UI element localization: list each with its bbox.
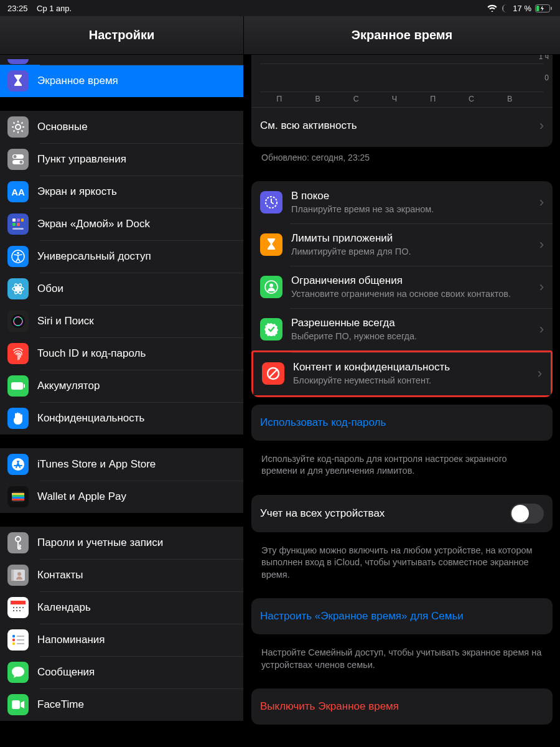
svg-point-5 bbox=[14, 155, 17, 158]
sidebar-label: Аккумулятор bbox=[37, 380, 100, 392]
chevron-right-icon: › bbox=[539, 279, 544, 295]
sidebar-label: Контакты bbox=[37, 569, 83, 581]
sidebar-item-siri[interactable]: Siri и Поиск bbox=[0, 305, 243, 337]
sidebar-item-wallpaper[interactable]: Обои bbox=[0, 273, 243, 305]
no-entry-icon bbox=[262, 362, 284, 385]
sidebar-item-display[interactable]: AA Экран и яркость bbox=[0, 176, 243, 208]
row-comm-limits[interactable]: Ограничения общения Установите ограничен… bbox=[251, 266, 553, 308]
svg-point-54 bbox=[269, 284, 273, 288]
screen-time-options-card: В покое Планируйте время не за экраном. … bbox=[251, 181, 553, 397]
status-left: 23:25 Ср 1 апр. bbox=[7, 4, 72, 13]
hourglass-icon bbox=[260, 233, 282, 256]
row-always-allowed[interactable]: Разрешенные всегда Выберите ПО, нужное в… bbox=[251, 308, 553, 350]
sidebar-item-calendar[interactable]: Календарь bbox=[0, 591, 243, 624]
row-use-passcode[interactable]: Использовать код-пароль bbox=[251, 405, 553, 441]
sidebar-title: Настройки bbox=[0, 16, 243, 55]
sidebar-scroll[interactable]: Экранное время Основные Пункт управления bbox=[0, 55, 243, 747]
status-date: Ср 1 апр. bbox=[37, 4, 72, 13]
sidebar-item-wallet[interactable]: Wallet и Apple Pay bbox=[0, 481, 243, 513]
svg-point-7 bbox=[20, 161, 23, 164]
svg-point-20 bbox=[11, 314, 25, 328]
row-downtime[interactable]: В покое Планируйте время не за экраном. … bbox=[251, 181, 553, 223]
row-content-privacy[interactable]: Контент и конфиденциальность Блокируйте … bbox=[251, 350, 553, 397]
settings-sidebar: Настройки Экранное время О bbox=[0, 16, 244, 747]
card-passcode: Использовать код-пароль bbox=[251, 405, 553, 441]
share-hint: Эту функцию можно включить на любом устр… bbox=[251, 540, 553, 581]
facetime-icon bbox=[7, 694, 29, 715]
svg-rect-12 bbox=[17, 223, 20, 226]
sidebar-item-itunes-appstore[interactable]: iTunes Store и App Store bbox=[0, 448, 243, 481]
svg-rect-50 bbox=[17, 643, 24, 644]
svg-point-35 bbox=[17, 572, 21, 576]
share-devices-toggle[interactable] bbox=[510, 504, 544, 524]
battery-full-icon bbox=[7, 375, 29, 397]
sidebar-label: Touch ID и код-пароль bbox=[37, 347, 146, 360]
svg-point-40 bbox=[19, 607, 21, 608]
contacts-icon bbox=[7, 565, 29, 586]
svg-rect-48 bbox=[17, 639, 24, 641]
row-share-devices[interactable]: Учет на всех устройствах bbox=[251, 495, 553, 532]
prev-item-edge-icon bbox=[7, 59, 29, 64]
sidebar-label: Экран «Домой» и Dock bbox=[37, 218, 150, 230]
sidebar-item-battery[interactable]: Аккумулятор bbox=[0, 370, 243, 402]
sidebar-item-reminders[interactable]: Напоминания bbox=[0, 624, 243, 656]
chart-bars bbox=[260, 63, 544, 92]
svg-point-45 bbox=[12, 635, 15, 637]
passcode-hint: Используйте код-пароль для контроля наст… bbox=[251, 448, 553, 477]
switches-icon bbox=[7, 149, 29, 170]
see-all-label: См. всю активность bbox=[260, 120, 534, 132]
sidebar-label: iTunes Store и App Store bbox=[37, 458, 156, 471]
sidebar-item-facetime[interactable]: FaceTime bbox=[0, 688, 243, 721]
row-family-setup[interactable]: Настроить «Экранное время» для Семьи bbox=[251, 598, 553, 634]
row-title: В покое bbox=[291, 190, 534, 202]
sidebar-item-general[interactable]: Основные bbox=[0, 111, 243, 143]
svg-point-39 bbox=[16, 607, 17, 608]
row-sub: Лимитируйте время для ПО. bbox=[291, 246, 534, 257]
sidebar-label: Конфиденциальность bbox=[37, 412, 144, 425]
detail-scroll[interactable]: 1 ч 0 П В С Ч bbox=[244, 55, 560, 747]
sidebar-item-home-dock[interactable]: Экран «Домой» и Dock bbox=[0, 208, 243, 240]
svg-rect-37 bbox=[11, 604, 26, 614]
chart-ylabel-top: 1 ч bbox=[539, 55, 549, 61]
fingerprint-icon bbox=[7, 343, 29, 364]
sidebar-label: Пункт управления bbox=[37, 153, 126, 166]
sidebar-label: Экранное время bbox=[37, 75, 118, 87]
check-badge-icon bbox=[260, 318, 282, 341]
svg-rect-10 bbox=[21, 218, 24, 222]
svg-rect-30 bbox=[12, 497, 24, 499]
svg-point-49 bbox=[12, 642, 15, 645]
sidebar-item-contacts[interactable]: Контакты bbox=[0, 559, 243, 591]
chart-xlabels: П В С Ч П С В bbox=[251, 92, 553, 103]
row-turn-off[interactable]: Выключить Экранное время bbox=[251, 688, 553, 725]
svg-line-56 bbox=[269, 370, 277, 377]
sidebar-item-passwords[interactable]: Пароли и учетные записи bbox=[0, 527, 243, 559]
sidebar-label: Основные bbox=[37, 121, 88, 133]
svg-rect-46 bbox=[17, 636, 24, 637]
downtime-icon bbox=[260, 191, 282, 214]
see-all-activity-row[interactable]: См. всю активность › bbox=[251, 107, 553, 143]
sidebar-item-touchid[interactable]: Touch ID и код-пароль bbox=[0, 337, 243, 370]
row-title: Лимиты приложений bbox=[291, 232, 534, 245]
app-grid-icon bbox=[7, 214, 29, 235]
svg-rect-2 bbox=[551, 7, 552, 10]
hand-icon bbox=[7, 408, 29, 429]
detail-title: Экранное время bbox=[244, 16, 560, 55]
svg-point-3 bbox=[16, 125, 21, 129]
activity-updated: Обновлено: сегодня, 23:25 bbox=[251, 147, 553, 164]
sidebar-label: Напоминания bbox=[37, 634, 105, 646]
sidebar-item-messages[interactable]: Сообщения bbox=[0, 656, 243, 688]
text-size-icon: AA bbox=[7, 181, 29, 202]
row-app-limits[interactable]: Лимиты приложений Лимитируйте время для … bbox=[251, 223, 553, 266]
reminders-icon bbox=[7, 629, 29, 651]
sidebar-item-screen-time[interactable]: Экранное время bbox=[0, 65, 243, 97]
sidebar-item-accessibility[interactable]: Универсальный доступ bbox=[0, 240, 243, 273]
sidebar-item-privacy[interactable]: Конфиденциальность bbox=[0, 402, 243, 435]
status-battery-pct: 17 % bbox=[513, 4, 531, 13]
svg-point-38 bbox=[13, 607, 14, 608]
usage-chart: 1 ч 0 bbox=[251, 55, 553, 92]
sidebar-label: Обои bbox=[37, 283, 63, 295]
svg-rect-29 bbox=[12, 495, 24, 497]
svg-point-44 bbox=[19, 610, 21, 611]
chevron-right-icon: › bbox=[538, 365, 542, 382]
sidebar-item-control-center[interactable]: Пункт управления bbox=[0, 143, 243, 176]
